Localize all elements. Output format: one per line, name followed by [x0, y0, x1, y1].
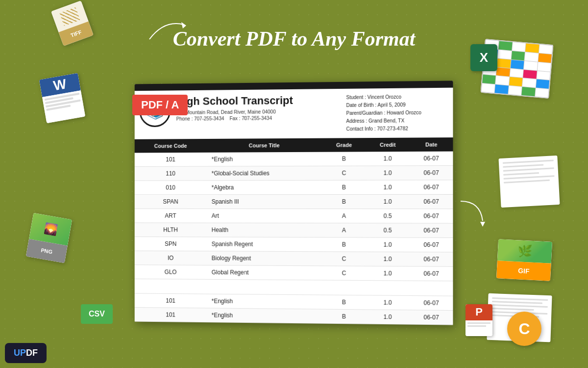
paper-note-right	[498, 156, 560, 208]
table-cell: B	[322, 194, 366, 209]
table-cell: A	[322, 223, 366, 237]
table-cell: *English	[207, 152, 322, 166]
table-cell: 1.0	[366, 194, 410, 209]
table-cell: 06-07	[410, 152, 453, 166]
table-cell: B	[322, 180, 366, 194]
table-cell: 1.0	[366, 252, 410, 266]
table-row: HLTHHealthA0.506-07	[135, 223, 453, 238]
table-cell: 101	[135, 307, 207, 322]
csv-file-icon: CSV	[81, 304, 113, 324]
col-course-title: Course Title	[207, 138, 322, 153]
table-row: 101*EnglishB1.006-07	[135, 152, 453, 167]
table-cell: HLTH	[135, 223, 207, 237]
table-header-row: Course Code Course Title Grade Credit Da…	[135, 137, 453, 153]
table-cell: 06-07	[410, 295, 453, 310]
table-cell: B	[322, 237, 366, 252]
table-cell: 06-07	[410, 165, 453, 180]
transcript-table: Course Code Course Title Grade Credit Da…	[135, 137, 453, 325]
table-cell: 0.5	[366, 223, 410, 237]
table-cell: 1.0	[366, 237, 410, 252]
student-name: Student : Vincent Orozco	[346, 93, 446, 102]
student-guardian: Parent/Guardian : Howard Orozco	[346, 108, 446, 117]
table-row: SPANSpanish IIIB1.006-07	[135, 194, 453, 209]
table-cell: Spanish Regent	[207, 237, 322, 252]
col-credit: Credit	[366, 138, 410, 152]
table-cell: *Global-Social Studies	[207, 166, 322, 181]
gif-file-icon: 🌿 GIF	[497, 240, 551, 280]
table-cell: GLO	[135, 265, 207, 280]
table-row: SPNSpanish RegentB1.006-07	[135, 237, 453, 252]
table-cell: 1.0	[366, 310, 410, 324]
table-row: 110*Global-Social StudiesC1.006-07	[135, 165, 453, 181]
transcript-title: High School Transcript	[176, 94, 346, 108]
excel-file-icon: X	[470, 44, 497, 71]
table-cell: 1.0	[366, 180, 410, 194]
col-grade: Grade	[322, 138, 366, 152]
table-cell: C	[322, 266, 366, 281]
table-cell: 06-07	[410, 266, 453, 281]
table-cell: *Algebra	[207, 180, 322, 194]
table-cell: 06-07	[410, 180, 453, 194]
table-cell: 1.0	[366, 152, 410, 166]
table-cell: 06-07	[410, 209, 453, 223]
col-course-code: Course Code	[135, 139, 207, 153]
table-cell: B	[322, 295, 366, 310]
updf-logo: UPDF	[5, 343, 47, 363]
table-cell: B	[322, 152, 366, 166]
pptx-file-icon: P	[466, 304, 492, 336]
table-row: ARTArtA0.506-07	[135, 209, 453, 223]
col-date: Date	[410, 137, 453, 152]
school-contact: Phone : 707-255-3434 Fax : 707-255-3434	[176, 115, 346, 122]
word-file-icon: W	[41, 75, 84, 122]
tiff-file-icon: TIFF	[53, 2, 91, 44]
table-cell: 1.0	[366, 295, 410, 310]
table-cell: Spanish III	[207, 194, 322, 209]
table-cell: 1.0	[366, 166, 410, 180]
student-contact: Contact Info : 707-273-4782	[346, 125, 446, 133]
table-row: IOBiology RegentC1.006-07	[135, 251, 453, 266]
school-address: 123 Mountain Road, Dead River, Maine 040…	[176, 108, 346, 115]
student-info: Student : Vincent Orozco Date of Birth :…	[346, 93, 446, 133]
transcript-document: 📚 High School Transcript 123 Mountain Ro…	[135, 80, 453, 325]
table-cell: A	[322, 209, 366, 223]
c-lang-icon: C	[507, 312, 541, 346]
table-cell: SPAN	[135, 195, 207, 209]
table-row: GLOGlobal RegentC1.006-07	[135, 265, 453, 281]
table-cell: 101	[135, 153, 207, 167]
table-cell: Global Regent	[207, 265, 322, 280]
table-cell: 06-07	[410, 223, 453, 238]
table-cell: C	[322, 252, 366, 266]
table-cell: Health	[207, 223, 322, 237]
table-cell: *English	[207, 308, 322, 323]
table-row: 010*AlgebraB1.006-07	[135, 180, 453, 195]
table-cell: 110	[135, 166, 207, 181]
table-cell: Art	[207, 209, 322, 223]
table-cell: C	[322, 166, 366, 180]
pdf-badge: PDF / A	[132, 95, 188, 115]
table-row: 101*EnglishB1.006-07	[135, 307, 453, 325]
student-dob: Date of Birth : April 5, 2009	[346, 101, 446, 109]
table-cell: IO	[135, 251, 207, 265]
table-cell: B	[322, 309, 366, 324]
svg-marker-1	[480, 222, 485, 227]
svg-marker-0	[181, 22, 186, 28]
arrow-right-decoration	[451, 196, 490, 236]
table-cell: ART	[135, 209, 207, 223]
school-info: High School Transcript 123 Mountain Road…	[176, 94, 346, 123]
table-cell: 06-07	[410, 194, 453, 209]
table-cell: *English	[207, 294, 322, 309]
student-address: Address : Grand Bend, TX	[346, 117, 446, 126]
table-cell: 101	[135, 293, 207, 308]
table-cell: 06-07	[410, 252, 453, 267]
page-title: Convert PDF to Any Format	[173, 27, 416, 51]
arrow-decoration	[145, 15, 194, 44]
table-cell: SPN	[135, 237, 207, 251]
table-cell: 1.0	[366, 266, 410, 281]
table-cell: 06-07	[410, 310, 453, 325]
table-cell: 010	[135, 181, 207, 195]
png-file-icon: 🌄 PNG	[27, 214, 71, 262]
table-cell: Biology Regent	[207, 251, 322, 266]
table-cell: 06-07	[410, 237, 453, 252]
table-cell: 0.5	[366, 209, 410, 223]
